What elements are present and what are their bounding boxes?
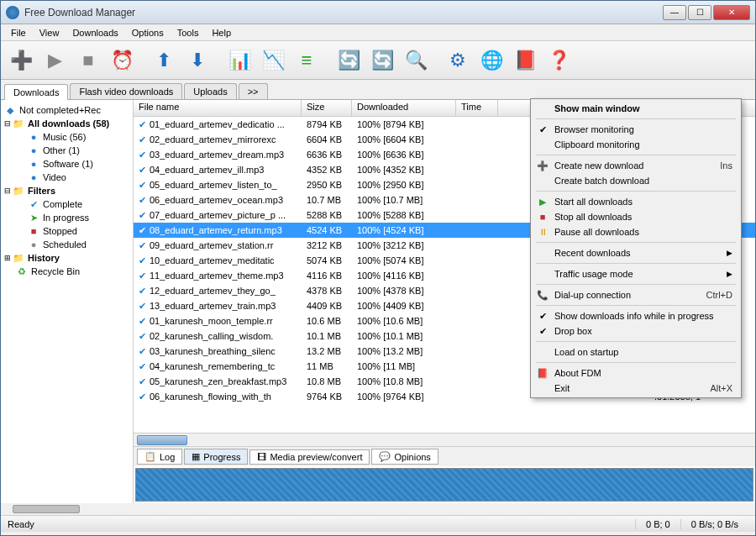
menu-downloads[interactable]: Downloads <box>66 26 124 39</box>
titlebar: Free Download Manager — ☐ ✕ <box>1 1 755 24</box>
ctx-recent[interactable]: Recent downloads▶ <box>533 245 739 260</box>
sidebar-notcompleted[interactable]: ◆Not completed+Rec <box>4 103 129 117</box>
sidebar-all-downloads[interactable]: ⊟📁All downloads (58) <box>4 117 129 130</box>
start-button[interactable]: ▶ <box>39 45 70 76</box>
app-window: Free Download Manager — ☐ ✕ File View Do… <box>0 0 756 536</box>
stop-button[interactable]: ■ <box>73 45 103 76</box>
move-down-button[interactable]: ⬇ <box>182 45 213 76</box>
complete-icon: ✔ <box>139 134 146 145</box>
chevron-right-icon: ▶ <box>727 270 732 278</box>
sidebar-music[interactable]: ●Music (56) <box>4 130 129 144</box>
ctx-pause-all[interactable]: ⏸Pause all downloads <box>533 224 739 239</box>
progress-grid <box>135 468 753 502</box>
sidebar-inprogress[interactable]: ➤In progress <box>4 211 129 224</box>
ctx-about[interactable]: 📕About FDM <box>533 365 739 381</box>
toolbar-btn-7[interactable]: 📊 <box>224 45 255 76</box>
settings-button[interactable]: ⚙ <box>443 45 473 76</box>
toolbar-btn-8[interactable]: 📉 <box>258 45 288 76</box>
menu-view[interactable]: View <box>33 26 66 39</box>
chevron-right-icon: ▶ <box>727 249 732 257</box>
ctx-dropbox[interactable]: ✔Drop box <box>533 323 739 339</box>
ctx-create-new[interactable]: ➕Create new downloadIns <box>533 158 739 173</box>
ctx-clipboard-monitoring[interactable]: Clipboard monitoring <box>533 137 739 152</box>
complete-icon: ✔ <box>139 346 146 357</box>
col-downloaded[interactable]: Downloaded <box>352 100 456 116</box>
sidebar-video[interactable]: ●Video <box>4 171 129 184</box>
help-button[interactable]: ❓ <box>543 45 574 76</box>
tray-context-menu: Show main window ✔Browser monitoring Cli… <box>530 98 742 398</box>
tab-more[interactable]: >> <box>239 83 268 99</box>
toolbar: ➕ ▶ ■ ⏰ ⬆ ⬇ 📊 📉 ≡ 🔄 🔄 🔍 ⚙ 🌐 📕 ❓ <box>1 41 755 80</box>
window-hscroll-thumb[interactable] <box>13 505 80 513</box>
tab-downloads[interactable]: Downloads <box>4 84 68 100</box>
ctx-traffic[interactable]: Traffic usage mode▶ <box>533 266 739 281</box>
tab-log[interactable]: 📋Log <box>137 449 182 465</box>
tab-opinions[interactable]: 💬Opinions <box>371 449 438 465</box>
list-hscroll[interactable] <box>134 433 755 446</box>
complete-icon: ✔ <box>139 301 146 312</box>
window-hscroll[interactable] <box>1 503 755 515</box>
ctx-create-batch[interactable]: Create batch download <box>533 173 739 188</box>
menu-help[interactable]: Help <box>205 26 238 39</box>
ctx-show-main[interactable]: Show main window <box>533 101 739 116</box>
sidebar-scheduled[interactable]: ●Scheduled <box>4 238 129 251</box>
add-download-button[interactable]: ➕ <box>6 45 36 76</box>
tab-progress[interactable]: ▦Progress <box>184 449 248 465</box>
status-dl: 0 B; 0 <box>635 519 680 529</box>
menu-file[interactable]: File <box>4 26 33 39</box>
complete-icon: ✔ <box>139 210 146 221</box>
bottom-tabs: 📋Log ▦Progress 🎞Media preview/convert 💬O… <box>134 446 755 466</box>
menubar: File View Downloads Options Tools Help <box>1 24 755 41</box>
complete-icon: ✔ <box>139 119 146 130</box>
media-icon: 🎞 <box>257 452 266 462</box>
ctx-dialup[interactable]: 📞Dial-up connectionCtrl+D <box>533 287 739 302</box>
sidebar-recycle[interactable]: ♻Recycle Bin <box>4 265 129 278</box>
ctx-exit[interactable]: ExitAlt+X <box>533 381 739 396</box>
toolbar-btn-12[interactable]: 🔍 <box>401 45 431 76</box>
tab-uploads[interactable]: Uploads <box>184 83 236 99</box>
toolbar-btn-11[interactable]: 🔄 <box>367 45 397 76</box>
ctx-load-startup[interactable]: Load on startup <box>533 344 739 360</box>
toolbar-btn-15[interactable]: 📕 <box>510 45 540 76</box>
menu-options[interactable]: Options <box>125 26 171 39</box>
complete-icon: ✔ <box>139 391 146 402</box>
sidebar-filters[interactable]: ⊟📁Filters <box>4 184 129 197</box>
move-up-button[interactable]: ⬆ <box>149 45 179 76</box>
col-size[interactable]: Size <box>302 100 352 116</box>
sidebar-stopped[interactable]: ■Stopped <box>4 224 129 238</box>
col-filename[interactable]: File name <box>134 100 302 116</box>
ctx-show-info[interactable]: ✔Show downloads info while in progress <box>533 308 739 323</box>
check-icon: ✔ <box>536 326 549 337</box>
complete-icon: ✔ <box>139 195 146 206</box>
schedule-button[interactable]: ⏰ <box>107 45 137 76</box>
menu-tools[interactable]: Tools <box>171 26 206 39</box>
ctx-stop-all[interactable]: ■Stop all downloads <box>533 209 739 224</box>
complete-icon: ✔ <box>139 225 146 236</box>
toolbar-btn-9[interactable]: ≡ <box>291 45 322 76</box>
ctx-start-all[interactable]: ▶Start all downloads <box>533 194 739 209</box>
pause-icon: ⏸ <box>536 227 549 237</box>
complete-icon: ✔ <box>139 316 146 327</box>
sidebar: ◆Not completed+Rec ⊟📁All downloads (58) … <box>1 100 134 503</box>
col-time[interactable]: Time <box>456 100 498 116</box>
sidebar-complete[interactable]: ✔Complete <box>4 197 129 211</box>
close-button[interactable]: ✕ <box>713 5 750 20</box>
tab-media[interactable]: 🎞Media preview/convert <box>249 449 370 465</box>
maximize-button[interactable]: ☐ <box>688 5 711 20</box>
check-icon: ✔ <box>536 311 549 322</box>
minimize-button[interactable]: — <box>663 5 686 20</box>
play-icon: ▶ <box>536 197 549 208</box>
tab-flash[interactable]: Flash video downloads <box>70 83 182 99</box>
complete-icon: ✔ <box>139 180 146 191</box>
ctx-browser-monitoring[interactable]: ✔Browser monitoring <box>533 122 739 137</box>
sidebar-history[interactable]: ⊞📁History <box>4 251 129 265</box>
plus-icon: ➕ <box>536 160 549 171</box>
toolbar-btn-14[interactable]: 🌐 <box>476 45 507 76</box>
complete-icon: ✔ <box>139 361 146 372</box>
phone-icon: 📞 <box>536 290 549 301</box>
toolbar-btn-10[interactable]: 🔄 <box>333 45 364 76</box>
sidebar-other[interactable]: ●Other (1) <box>4 144 129 157</box>
stop-icon: ■ <box>536 212 549 222</box>
sidebar-software[interactable]: ●Software (1) <box>4 157 129 171</box>
hscroll-thumb[interactable] <box>137 435 187 445</box>
